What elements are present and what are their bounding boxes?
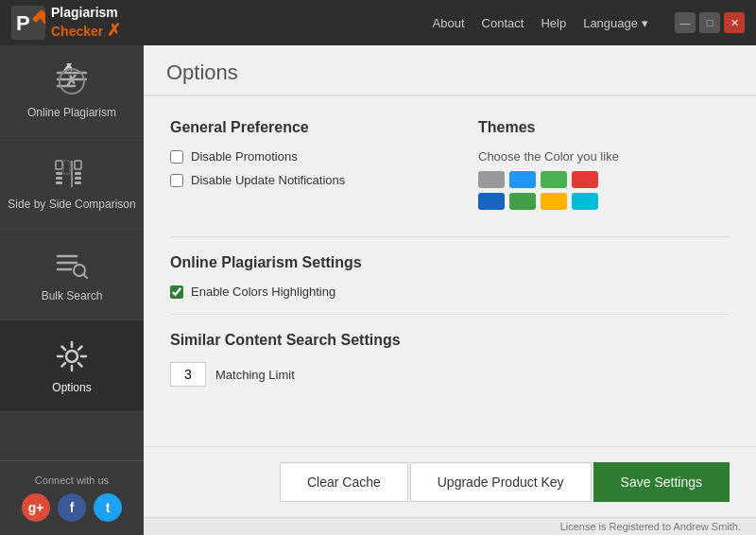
status-bar: License is Registered to Andrew Smith. (144, 517, 756, 535)
color-grid (478, 171, 730, 210)
clear-cache-button[interactable]: Clear Cache (280, 462, 408, 502)
color-swatch-darkgreen[interactable] (509, 193, 536, 210)
bulk-search-icon (53, 246, 91, 284)
svg-rect-19 (63, 161, 70, 174)
save-settings-button[interactable]: Save Settings (593, 462, 730, 502)
facebook-icon[interactable]: f (58, 493, 86, 522)
svg-line-32 (78, 347, 82, 351)
sidebar-item-online-plagiarism[interactable]: ✗ ✗ Online Plagiarism (0, 45, 144, 137)
sidebar-bottom: Connect with us g+ f t (0, 460, 144, 535)
nav-about[interactable]: About (433, 16, 465, 30)
similar-content-title: Similar Content Search Settings (170, 332, 730, 349)
online-plagiarism-title: Online Plagiarism Settings (170, 254, 730, 271)
svg-rect-12 (56, 177, 62, 180)
enable-colors-checkbox[interactable] (170, 285, 183, 299)
disable-promotions-row: Disable Promotions (170, 149, 421, 164)
logo-icon: P (11, 6, 45, 40)
sidebar: ✗ ✗ Online Plagiarism (0, 45, 144, 535)
language-selector[interactable]: Language ▾ (583, 16, 648, 30)
svg-rect-13 (56, 181, 62, 184)
nav-help[interactable]: Help (541, 16, 566, 30)
logo-area: P Plagiarism Checker ✗ (11, 5, 433, 41)
color-swatch-blue[interactable] (509, 171, 536, 188)
nav-contact[interactable]: Contact (482, 16, 524, 30)
svg-line-30 (62, 347, 66, 351)
social-icons: g+ f t (9, 493, 134, 522)
connect-label: Connect with us (9, 475, 134, 486)
google-plus-icon[interactable]: g+ (22, 493, 50, 522)
side-by-side-icon (53, 154, 91, 192)
svg-text:P: P (16, 11, 30, 35)
content-body: General Preference Disable Promotions Di… (144, 96, 756, 446)
svg-rect-18 (75, 181, 81, 184)
themes-choose-label: Choose the Color you like (478, 149, 730, 164)
color-swatch-darkblue[interactable] (478, 193, 505, 210)
svg-line-24 (83, 274, 87, 278)
enable-colors-row: Enable Colors Highlighting (170, 285, 730, 299)
disable-updates-checkbox[interactable] (170, 174, 183, 187)
disable-promotions-label[interactable]: Disable Promotions (191, 149, 298, 164)
color-swatch-cyan[interactable] (572, 193, 598, 210)
sidebar-item-bulk-search[interactable]: Bulk Search (0, 229, 144, 320)
svg-rect-15 (75, 161, 81, 169)
disable-promotions-checkbox[interactable] (170, 150, 183, 164)
color-swatch-green[interactable] (541, 171, 567, 188)
footer-buttons: Clear Cache Upgrade Product Key Save Set… (280, 462, 730, 502)
sidebar-item-options[interactable]: Options (0, 320, 144, 412)
enable-colors-label[interactable]: Enable Colors Highlighting (191, 285, 335, 299)
matching-limit-row: Matching Limit (170, 362, 730, 387)
nav-links: About Contact Help Language ▾ (433, 16, 648, 30)
twitter-icon[interactable]: t (94, 493, 122, 522)
color-swatch-red[interactable] (572, 171, 598, 188)
maximize-button[interactable]: □ (699, 12, 720, 33)
disable-updates-label[interactable]: Disable Update Notifications (191, 173, 345, 187)
themes-title: Themes (478, 119, 730, 136)
options-row-general: General Preference Disable Promotions Di… (170, 119, 730, 210)
general-preference-section: General Preference Disable Promotions Di… (170, 119, 421, 210)
svg-rect-11 (56, 172, 62, 175)
svg-rect-10 (56, 161, 62, 169)
svg-text:✗: ✗ (65, 73, 77, 89)
color-swatch-yellow[interactable] (541, 193, 567, 210)
color-swatch-gray[interactable] (478, 171, 505, 188)
themes-section: Themes Choose the Color you like (478, 119, 730, 210)
svg-point-25 (66, 351, 77, 362)
sidebar-item-bulk-search-label: Bulk Search (42, 289, 103, 302)
content-footer: Clear Cache Upgrade Product Key Save Set… (144, 446, 756, 517)
disable-updates-row: Disable Update Notifications (170, 173, 421, 187)
minimize-button[interactable]: — (675, 12, 696, 33)
page-title: Options (166, 60, 733, 85)
sidebar-item-side-by-side[interactable]: Side by Side Comparison (0, 137, 144, 229)
content-area: Options General Preference Disable Promo… (144, 45, 756, 535)
upgrade-product-key-button[interactable]: Upgrade Product Key (410, 462, 592, 502)
status-text: License is Registered to Andrew Smith. (560, 521, 741, 532)
close-button[interactable]: ✕ (724, 12, 745, 33)
matching-limit-input[interactable] (170, 362, 206, 387)
app-name: Plagiarism Checker ✗ (51, 5, 121, 41)
sidebar-item-options-label: Options (52, 381, 91, 394)
svg-line-31 (78, 363, 82, 367)
main-layout: ✗ ✗ Online Plagiarism (0, 45, 756, 535)
titlebar: P Plagiarism Checker ✗ About Contact Hel… (0, 0, 756, 45)
sidebar-item-online-plagiarism-label: Online Plagiarism (27, 106, 116, 119)
sidebar-item-side-by-side-label: Side by Side Comparison (8, 198, 135, 211)
options-icon (53, 337, 91, 375)
svg-rect-17 (75, 177, 81, 180)
svg-line-33 (62, 363, 66, 367)
content-header: Options (144, 45, 756, 96)
online-plagiarism-icon: ✗ ✗ (53, 62, 91, 100)
divider-1 (170, 236, 730, 237)
window-controls: — □ ✕ (675, 12, 745, 33)
general-preference-title: General Preference (170, 119, 421, 136)
matching-limit-label: Matching Limit (215, 368, 295, 382)
svg-rect-16 (75, 172, 81, 175)
divider-2 (170, 314, 730, 315)
